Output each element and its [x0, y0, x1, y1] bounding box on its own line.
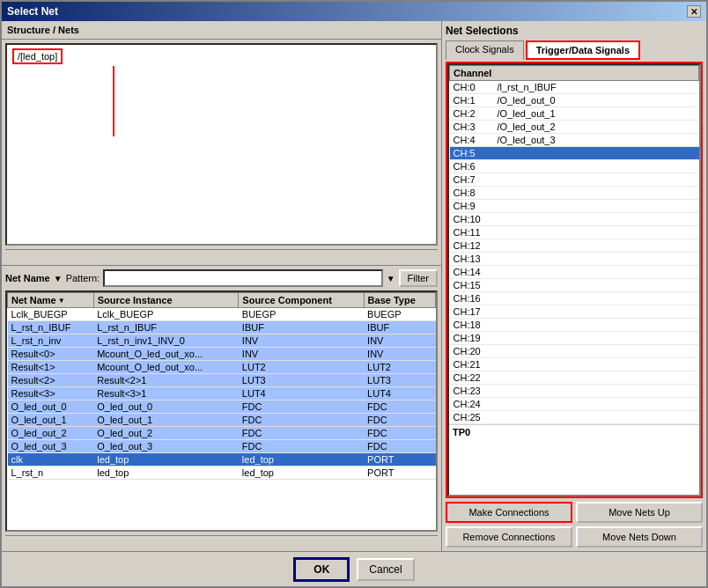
tab-trigger-data-signals[interactable]: Trigger/Data Signals: [526, 40, 640, 60]
tp-label: TP0: [453, 427, 470, 437]
net-table-container[interactable]: Net Name ▼ Source Instance Source Compon…: [5, 290, 438, 532]
channel-row[interactable]: CH:24: [450, 398, 699, 411]
make-connections-button[interactable]: Make Connections: [446, 502, 572, 523]
channel-row[interactable]: CH:15: [450, 279, 699, 292]
move-nets-down-button[interactable]: Move Nets Down: [576, 526, 703, 548]
channel-row[interactable]: CH:21: [450, 358, 699, 371]
channel-row[interactable]: CH:17: [450, 305, 699, 319]
structure-nets-header: Structure / Nets: [2, 21, 441, 40]
channel-row[interactable]: CH:16: [450, 292, 699, 305]
tab-clock-signals[interactable]: Clock Signals: [446, 40, 524, 60]
tree-item-led-top[interactable]: /[led_top]: [7, 45, 436, 68]
channel-row[interactable]: CH:14: [450, 266, 699, 279]
right-panel: Net Selections Clock Signals Trigger/Dat…: [442, 21, 706, 551]
filter-row: Net Name ▼ Pattern: ▼ Filter: [2, 265, 441, 290]
table-row[interactable]: Result<0>Mcount_O_led_out_xo...INVINV: [8, 348, 436, 361]
channel-table: Channel CH:0/l_rst_n_IBUFCH:1/O_led_out_…: [449, 65, 699, 424]
channel-row[interactable]: CH:5: [450, 147, 699, 160]
channel-row[interactable]: CH:18: [450, 319, 699, 332]
channel-row[interactable]: CH:1/O_led_out_0: [450, 94, 699, 107]
cancel-button[interactable]: Cancel: [357, 558, 414, 581]
channel-row[interactable]: CH:2/O_led_out_1: [450, 107, 699, 121]
horizontal-scrollbar-tree[interactable]: [5, 249, 438, 263]
tp-row: TP0: [449, 424, 699, 439]
main-content: Structure / Nets /[led_top] Net Name ▼ P…: [2, 21, 706, 551]
net-table: Net Name ▼ Source Instance Source Compon…: [7, 292, 436, 480]
table-row[interactable]: Lclk_BUEGPLclk_BUEGPBUEGPBUEGP: [8, 308, 436, 321]
table-row[interactable]: O_led_out_3O_led_out_3FDCFDC: [8, 440, 436, 453]
table-row[interactable]: L_rst_nled_topled_topPORT: [8, 467, 436, 480]
channel-row[interactable]: CH:12: [450, 239, 699, 253]
channel-row[interactable]: CH:19: [450, 332, 699, 345]
left-panel: Structure / Nets /[led_top] Net Name ▼ P…: [2, 21, 442, 551]
table-row[interactable]: L_rst_n_IBUFL_rst_n_IBUFIBUFIBUF: [8, 321, 436, 334]
table-row[interactable]: O_led_out_2O_led_out_2FDCFDC: [8, 427, 436, 440]
col-net-name[interactable]: Net Name ▼: [8, 293, 94, 308]
col-base-type: Base Type: [364, 293, 435, 308]
channel-col-header: Channel: [450, 66, 699, 81]
tree-area[interactable]: /[led_top]: [5, 43, 438, 246]
title-bar: Select Net ✕: [2, 2, 706, 21]
filter-button[interactable]: Filter: [399, 269, 438, 287]
channel-row[interactable]: CH:13: [450, 253, 699, 266]
move-nets-up-button[interactable]: Move Nets Up: [576, 502, 703, 523]
table-row[interactable]: Result<2>Result<2>1LUT3LUT3: [8, 374, 436, 387]
channel-table-container[interactable]: Channel CH:0/l_rst_n_IBUFCH:1/O_led_out_…: [447, 63, 701, 496]
channel-row[interactable]: CH:4/O_led_out_3: [450, 134, 699, 147]
dialog-title: Select Net: [7, 5, 58, 18]
table-row[interactable]: Result<1>Mcount_O_led_out_xo...LUT2LUT2: [8, 361, 436, 374]
channel-row[interactable]: CH:7: [450, 173, 699, 187]
channel-row[interactable]: CH:3/O_led_out_2: [450, 121, 699, 134]
ok-button[interactable]: OK: [293, 557, 350, 582]
table-row[interactable]: O_led_out_1O_led_out_1FDCFDC: [8, 414, 436, 427]
bottom-bar: OK Cancel: [2, 551, 706, 586]
channel-row[interactable]: CH:10: [450, 213, 699, 226]
tree-item-label: /[led_top]: [12, 48, 63, 64]
close-button[interactable]: ✕: [687, 5, 701, 18]
channel-row[interactable]: CH:8: [450, 187, 699, 200]
channel-row[interactable]: CH:22: [450, 371, 699, 385]
table-row[interactable]: Result<3>Result<3>1LUT4LUT4: [8, 387, 436, 401]
table-row[interactable]: clkled_topled_topPORT: [8, 453, 436, 467]
right-buttons-row1: Make Connections Move Nets Up: [446, 502, 703, 523]
channel-row[interactable]: CH:20: [450, 345, 699, 358]
col-source-instance: Source Instance: [93, 293, 239, 308]
right-buttons-row2: Remove Connections Move Nets Down: [446, 526, 703, 548]
channel-row[interactable]: CH:9: [450, 200, 699, 213]
channel-row[interactable]: CH:0/l_rst_n_IBUF: [450, 81, 699, 94]
channel-row[interactable]: CH:23: [450, 385, 699, 398]
horizontal-scrollbar-table[interactable]: [5, 535, 438, 549]
channel-row[interactable]: CH:6: [450, 160, 699, 173]
col-source-component: Source Component: [239, 293, 364, 308]
channel-table-wrapper: Channel CH:0/l_rst_n_IBUFCH:1/O_led_out_…: [446, 62, 703, 498]
channel-row[interactable]: CH:25: [450, 411, 699, 424]
pattern-label: Pattern:: [66, 273, 100, 283]
tabs-container: Clock Signals Trigger/Data Signals: [446, 40, 703, 60]
select-net-dialog: Select Net ✕ Structure / Nets /[led_top]…: [0, 0, 708, 588]
pattern-input[interactable]: [103, 269, 382, 287]
red-line-indicator: [113, 66, 114, 136]
table-row[interactable]: L_rst_n_invL_rst_n_inv1_INV_0INVINV: [8, 334, 436, 348]
table-row[interactable]: O_led_out_0O_led_out_0FDCFDC: [8, 401, 436, 414]
channel-row[interactable]: CH:11: [450, 226, 699, 239]
net-selections-header: Net Selections: [446, 25, 703, 37]
remove-connections-button[interactable]: Remove Connections: [446, 526, 572, 548]
net-name-filter-label: Net Name: [5, 273, 50, 283]
